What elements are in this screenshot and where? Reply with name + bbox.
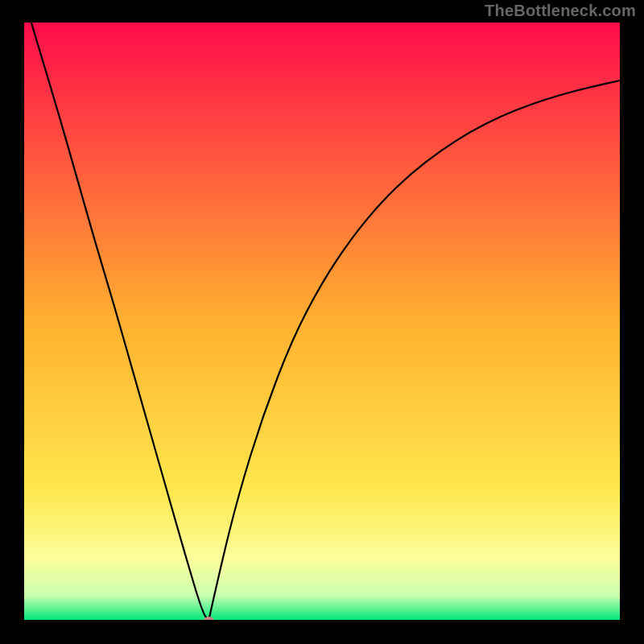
watermark-text: TheBottleneck.com bbox=[485, 2, 636, 20]
bottleneck-chart bbox=[0, 0, 644, 644]
